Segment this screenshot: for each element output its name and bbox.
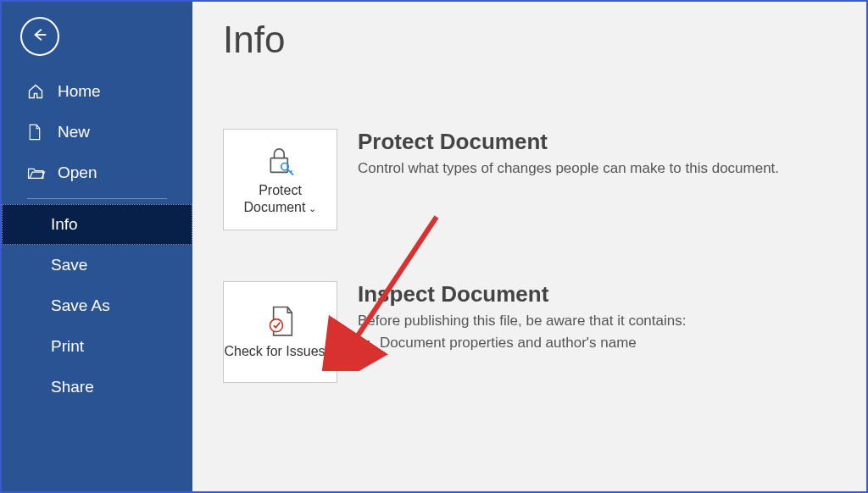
svg-line-4	[290, 171, 292, 173]
sidebar-item-save[interactable]: Save	[2, 245, 192, 285]
chevron-down-icon: ⌄	[329, 347, 337, 357]
sidebar-item-open[interactable]: Open	[2, 152, 192, 193]
sidebar-item-label: Open	[58, 163, 97, 182]
chevron-down-icon: ⌄	[309, 203, 316, 213]
sidebar-item-new[interactable]: New	[2, 112, 192, 152]
check-for-issues-button[interactable]: Check for Issues⌄	[223, 281, 337, 383]
protect-heading: Protect Document	[358, 129, 836, 155]
protect-document-button[interactable]: Protect Document⌄	[223, 129, 337, 230]
info-panel: Info Protect Document⌄ Protect Document …	[192, 2, 866, 491]
lock-key-icon	[264, 143, 298, 179]
sidebar-item-save-as[interactable]: Save As	[2, 285, 192, 326]
sidebar-item-label: Save	[51, 256, 87, 274]
list-item: Document properties and author's name	[380, 335, 836, 352]
sidebar-item-print[interactable]: Print	[2, 326, 192, 367]
tile-label: Check for Issues⌄	[224, 343, 336, 360]
sidebar-divider	[27, 198, 167, 199]
protect-desc: Control what types of changes people can…	[358, 160, 836, 177]
page-title: Info	[223, 19, 836, 61]
inspect-issues-list: Document properties and author's name	[358, 335, 836, 352]
back-button[interactable]	[20, 17, 59, 56]
sidebar-item-home[interactable]: Home	[2, 71, 192, 112]
sidebar-item-label: Info	[51, 215, 78, 234]
sidebar-item-label: New	[58, 123, 90, 141]
inspect-heading: Inspect Document	[358, 281, 836, 307]
sidebar-item-label: Print	[51, 337, 84, 356]
sidebar-item-label: Save As	[51, 296, 110, 315]
sidebar-item-share[interactable]: Share	[2, 367, 192, 407]
backstage-view: Home New Open Info Save Save As Print	[2, 2, 866, 491]
sidebar-item-info[interactable]: Info	[2, 204, 192, 245]
svg-point-5	[270, 319, 282, 332]
protect-section: Protect Document⌄ Protect Document Contr…	[223, 129, 836, 230]
tile-label: Protect Document⌄	[224, 182, 337, 216]
inspect-desc: Before publishing this file, be aware th…	[358, 313, 836, 330]
document-checkmark-icon	[264, 304, 298, 340]
sidebar-item-label: Home	[58, 82, 101, 101]
new-file-icon	[27, 124, 47, 141]
sidebar: Home New Open Info Save Save As Print	[2, 2, 192, 491]
sidebar-item-label: Share	[51, 378, 94, 396]
back-arrow-icon	[31, 25, 49, 47]
inspect-section: Check for Issues⌄ Inspect Document Befor…	[223, 281, 836, 383]
home-icon	[27, 83, 47, 100]
open-folder-icon	[27, 165, 47, 180]
